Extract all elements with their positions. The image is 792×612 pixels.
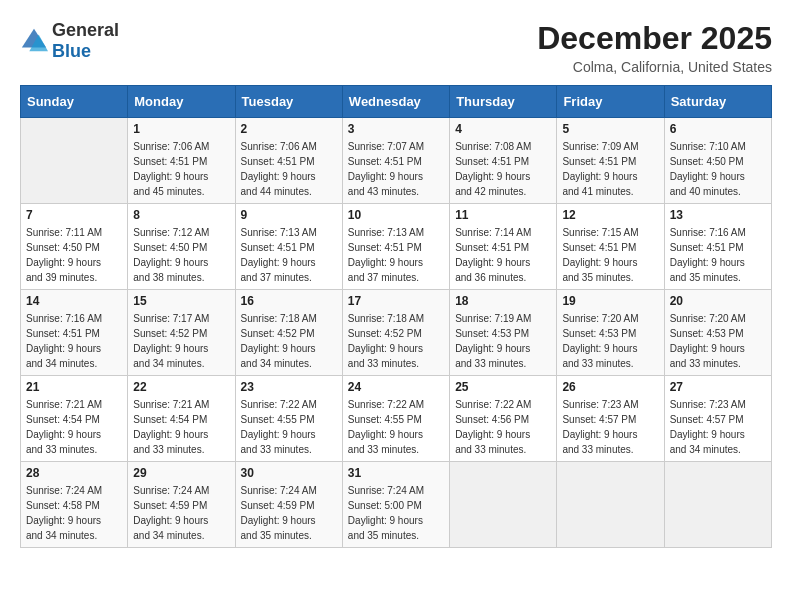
day-number: 22 <box>133 380 229 394</box>
calendar-title: December 2025 <box>537 20 772 57</box>
calendar-cell: 17Sunrise: 7:18 AMSunset: 4:52 PMDayligh… <box>342 290 449 376</box>
day-number: 19 <box>562 294 658 308</box>
calendar-cell: 6Sunrise: 7:10 AMSunset: 4:50 PMDaylight… <box>664 118 771 204</box>
day-number: 9 <box>241 208 337 222</box>
day-info: Sunrise: 7:18 AMSunset: 4:52 PMDaylight:… <box>241 311 337 371</box>
day-info: Sunrise: 7:24 AMSunset: 4:59 PMDaylight:… <box>133 483 229 543</box>
day-number: 16 <box>241 294 337 308</box>
header-monday: Monday <box>128 86 235 118</box>
calendar-cell: 21Sunrise: 7:21 AMSunset: 4:54 PMDayligh… <box>21 376 128 462</box>
title-section: December 2025 Colma, California, United … <box>537 20 772 75</box>
header-wednesday: Wednesday <box>342 86 449 118</box>
day-number: 8 <box>133 208 229 222</box>
day-info: Sunrise: 7:13 AMSunset: 4:51 PMDaylight:… <box>241 225 337 285</box>
calendar-cell: 14Sunrise: 7:16 AMSunset: 4:51 PMDayligh… <box>21 290 128 376</box>
calendar-cell: 27Sunrise: 7:23 AMSunset: 4:57 PMDayligh… <box>664 376 771 462</box>
page-header: General Blue December 2025 Colma, Califo… <box>20 20 772 75</box>
day-number: 13 <box>670 208 766 222</box>
calendar-cell: 22Sunrise: 7:21 AMSunset: 4:54 PMDayligh… <box>128 376 235 462</box>
day-info: Sunrise: 7:14 AMSunset: 4:51 PMDaylight:… <box>455 225 551 285</box>
logo: General Blue <box>20 20 119 62</box>
calendar-cell: 29Sunrise: 7:24 AMSunset: 4:59 PMDayligh… <box>128 462 235 548</box>
day-info: Sunrise: 7:11 AMSunset: 4:50 PMDaylight:… <box>26 225 122 285</box>
day-number: 31 <box>348 466 444 480</box>
day-info: Sunrise: 7:06 AMSunset: 4:51 PMDaylight:… <box>133 139 229 199</box>
day-number: 3 <box>348 122 444 136</box>
calendar-cell: 26Sunrise: 7:23 AMSunset: 4:57 PMDayligh… <box>557 376 664 462</box>
day-info: Sunrise: 7:24 AMSunset: 4:58 PMDaylight:… <box>26 483 122 543</box>
calendar-subtitle: Colma, California, United States <box>537 59 772 75</box>
calendar-header-row: SundayMondayTuesdayWednesdayThursdayFrid… <box>21 86 772 118</box>
calendar-cell: 12Sunrise: 7:15 AMSunset: 4:51 PMDayligh… <box>557 204 664 290</box>
day-info: Sunrise: 7:21 AMSunset: 4:54 PMDaylight:… <box>26 397 122 457</box>
calendar-cell: 3Sunrise: 7:07 AMSunset: 4:51 PMDaylight… <box>342 118 449 204</box>
calendar-week-4: 21Sunrise: 7:21 AMSunset: 4:54 PMDayligh… <box>21 376 772 462</box>
calendar-week-1: 1Sunrise: 7:06 AMSunset: 4:51 PMDaylight… <box>21 118 772 204</box>
calendar-cell <box>557 462 664 548</box>
calendar-cell: 9Sunrise: 7:13 AMSunset: 4:51 PMDaylight… <box>235 204 342 290</box>
day-number: 24 <box>348 380 444 394</box>
day-info: Sunrise: 7:22 AMSunset: 4:55 PMDaylight:… <box>348 397 444 457</box>
calendar-cell: 23Sunrise: 7:22 AMSunset: 4:55 PMDayligh… <box>235 376 342 462</box>
calendar-cell: 18Sunrise: 7:19 AMSunset: 4:53 PMDayligh… <box>450 290 557 376</box>
calendar-cell: 11Sunrise: 7:14 AMSunset: 4:51 PMDayligh… <box>450 204 557 290</box>
day-number: 11 <box>455 208 551 222</box>
logo-text: General Blue <box>52 20 119 62</box>
day-info: Sunrise: 7:19 AMSunset: 4:53 PMDaylight:… <box>455 311 551 371</box>
calendar-cell: 15Sunrise: 7:17 AMSunset: 4:52 PMDayligh… <box>128 290 235 376</box>
day-number: 26 <box>562 380 658 394</box>
calendar-cell: 2Sunrise: 7:06 AMSunset: 4:51 PMDaylight… <box>235 118 342 204</box>
day-number: 29 <box>133 466 229 480</box>
day-info: Sunrise: 7:16 AMSunset: 4:51 PMDaylight:… <box>670 225 766 285</box>
day-info: Sunrise: 7:13 AMSunset: 4:51 PMDaylight:… <box>348 225 444 285</box>
calendar-cell: 8Sunrise: 7:12 AMSunset: 4:50 PMDaylight… <box>128 204 235 290</box>
day-info: Sunrise: 7:06 AMSunset: 4:51 PMDaylight:… <box>241 139 337 199</box>
day-info: Sunrise: 7:23 AMSunset: 4:57 PMDaylight:… <box>670 397 766 457</box>
calendar-cell <box>450 462 557 548</box>
day-number: 23 <box>241 380 337 394</box>
day-info: Sunrise: 7:22 AMSunset: 4:55 PMDaylight:… <box>241 397 337 457</box>
logo-icon <box>20 27 48 55</box>
calendar-cell <box>664 462 771 548</box>
calendar-week-3: 14Sunrise: 7:16 AMSunset: 4:51 PMDayligh… <box>21 290 772 376</box>
day-info: Sunrise: 7:12 AMSunset: 4:50 PMDaylight:… <box>133 225 229 285</box>
day-info: Sunrise: 7:21 AMSunset: 4:54 PMDaylight:… <box>133 397 229 457</box>
day-info: Sunrise: 7:09 AMSunset: 4:51 PMDaylight:… <box>562 139 658 199</box>
day-number: 28 <box>26 466 122 480</box>
calendar-cell: 16Sunrise: 7:18 AMSunset: 4:52 PMDayligh… <box>235 290 342 376</box>
day-info: Sunrise: 7:23 AMSunset: 4:57 PMDaylight:… <box>562 397 658 457</box>
calendar-cell: 7Sunrise: 7:11 AMSunset: 4:50 PMDaylight… <box>21 204 128 290</box>
header-thursday: Thursday <box>450 86 557 118</box>
day-number: 10 <box>348 208 444 222</box>
calendar-cell: 30Sunrise: 7:24 AMSunset: 4:59 PMDayligh… <box>235 462 342 548</box>
day-number: 15 <box>133 294 229 308</box>
day-number: 17 <box>348 294 444 308</box>
day-number: 4 <box>455 122 551 136</box>
day-info: Sunrise: 7:18 AMSunset: 4:52 PMDaylight:… <box>348 311 444 371</box>
day-number: 20 <box>670 294 766 308</box>
calendar-cell: 10Sunrise: 7:13 AMSunset: 4:51 PMDayligh… <box>342 204 449 290</box>
calendar-cell: 1Sunrise: 7:06 AMSunset: 4:51 PMDaylight… <box>128 118 235 204</box>
calendar-cell: 20Sunrise: 7:20 AMSunset: 4:53 PMDayligh… <box>664 290 771 376</box>
day-info: Sunrise: 7:15 AMSunset: 4:51 PMDaylight:… <box>562 225 658 285</box>
logo-general: General <box>52 20 119 40</box>
day-number: 1 <box>133 122 229 136</box>
day-info: Sunrise: 7:24 AMSunset: 5:00 PMDaylight:… <box>348 483 444 543</box>
calendar-cell: 13Sunrise: 7:16 AMSunset: 4:51 PMDayligh… <box>664 204 771 290</box>
day-number: 21 <box>26 380 122 394</box>
header-friday: Friday <box>557 86 664 118</box>
calendar-cell: 19Sunrise: 7:20 AMSunset: 4:53 PMDayligh… <box>557 290 664 376</box>
day-number: 14 <box>26 294 122 308</box>
calendar-cell: 4Sunrise: 7:08 AMSunset: 4:51 PMDaylight… <box>450 118 557 204</box>
day-info: Sunrise: 7:17 AMSunset: 4:52 PMDaylight:… <box>133 311 229 371</box>
calendar-week-2: 7Sunrise: 7:11 AMSunset: 4:50 PMDaylight… <box>21 204 772 290</box>
calendar-cell: 24Sunrise: 7:22 AMSunset: 4:55 PMDayligh… <box>342 376 449 462</box>
day-number: 2 <box>241 122 337 136</box>
day-info: Sunrise: 7:08 AMSunset: 4:51 PMDaylight:… <box>455 139 551 199</box>
day-number: 25 <box>455 380 551 394</box>
day-number: 30 <box>241 466 337 480</box>
header-saturday: Saturday <box>664 86 771 118</box>
day-number: 12 <box>562 208 658 222</box>
day-info: Sunrise: 7:07 AMSunset: 4:51 PMDaylight:… <box>348 139 444 199</box>
header-tuesday: Tuesday <box>235 86 342 118</box>
